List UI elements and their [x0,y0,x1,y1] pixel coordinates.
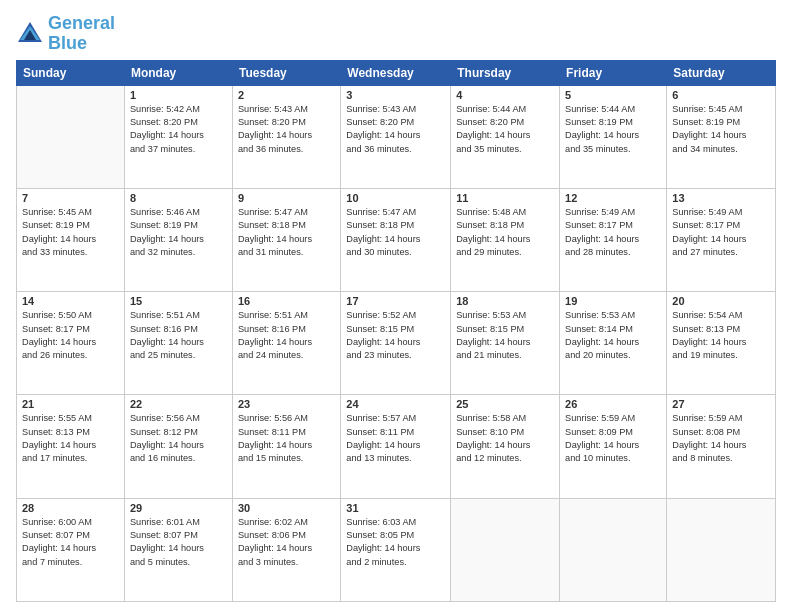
day-info: Sunrise: 5:55 AM Sunset: 8:13 PM Dayligh… [22,412,119,465]
day-cell: 22Sunrise: 5:56 AM Sunset: 8:12 PM Dayli… [124,395,232,498]
week-row-1: 7Sunrise: 5:45 AM Sunset: 8:19 PM Daylig… [17,188,776,291]
day-info: Sunrise: 5:43 AM Sunset: 8:20 PM Dayligh… [238,103,335,156]
day-cell: 27Sunrise: 5:59 AM Sunset: 8:08 PM Dayli… [667,395,776,498]
weekday-header-row: SundayMondayTuesdayWednesdayThursdayFrid… [17,60,776,85]
day-number: 5 [565,89,661,101]
day-number: 27 [672,398,770,410]
weekday-saturday: Saturday [667,60,776,85]
day-cell: 2Sunrise: 5:43 AM Sunset: 8:20 PM Daylig… [232,85,340,188]
week-row-3: 21Sunrise: 5:55 AM Sunset: 8:13 PM Dayli… [17,395,776,498]
day-cell: 23Sunrise: 5:56 AM Sunset: 8:11 PM Dayli… [232,395,340,498]
weekday-friday: Friday [560,60,667,85]
day-cell: 7Sunrise: 5:45 AM Sunset: 8:19 PM Daylig… [17,188,125,291]
day-info: Sunrise: 6:01 AM Sunset: 8:07 PM Dayligh… [130,516,227,569]
day-cell: 17Sunrise: 5:52 AM Sunset: 8:15 PM Dayli… [341,292,451,395]
day-cell: 3Sunrise: 5:43 AM Sunset: 8:20 PM Daylig… [341,85,451,188]
day-info: Sunrise: 5:47 AM Sunset: 8:18 PM Dayligh… [238,206,335,259]
logo-icon [16,20,44,48]
weekday-thursday: Thursday [451,60,560,85]
day-number: 13 [672,192,770,204]
day-info: Sunrise: 5:52 AM Sunset: 8:15 PM Dayligh… [346,309,445,362]
day-cell: 12Sunrise: 5:49 AM Sunset: 8:17 PM Dayli… [560,188,667,291]
day-cell: 26Sunrise: 5:59 AM Sunset: 8:09 PM Dayli… [560,395,667,498]
day-cell: 18Sunrise: 5:53 AM Sunset: 8:15 PM Dayli… [451,292,560,395]
day-info: Sunrise: 6:03 AM Sunset: 8:05 PM Dayligh… [346,516,445,569]
day-info: Sunrise: 5:59 AM Sunset: 8:08 PM Dayligh… [672,412,770,465]
day-cell: 4Sunrise: 5:44 AM Sunset: 8:20 PM Daylig… [451,85,560,188]
day-cell: 19Sunrise: 5:53 AM Sunset: 8:14 PM Dayli… [560,292,667,395]
day-number: 22 [130,398,227,410]
day-number: 25 [456,398,554,410]
page: General Blue SundayMondayTuesdayWednesda… [0,0,792,612]
day-info: Sunrise: 5:45 AM Sunset: 8:19 PM Dayligh… [22,206,119,259]
day-cell [667,498,776,601]
day-number: 18 [456,295,554,307]
day-cell: 8Sunrise: 5:46 AM Sunset: 8:19 PM Daylig… [124,188,232,291]
day-cell: 29Sunrise: 6:01 AM Sunset: 8:07 PM Dayli… [124,498,232,601]
day-info: Sunrise: 5:44 AM Sunset: 8:20 PM Dayligh… [456,103,554,156]
day-number: 29 [130,502,227,514]
day-cell [451,498,560,601]
day-number: 17 [346,295,445,307]
weekday-sunday: Sunday [17,60,125,85]
header: General Blue [16,10,776,54]
day-info: Sunrise: 5:50 AM Sunset: 8:17 PM Dayligh… [22,309,119,362]
day-cell: 6Sunrise: 5:45 AM Sunset: 8:19 PM Daylig… [667,85,776,188]
day-number: 4 [456,89,554,101]
day-cell: 1Sunrise: 5:42 AM Sunset: 8:20 PM Daylig… [124,85,232,188]
day-info: Sunrise: 5:53 AM Sunset: 8:15 PM Dayligh… [456,309,554,362]
day-cell: 25Sunrise: 5:58 AM Sunset: 8:10 PM Dayli… [451,395,560,498]
day-info: Sunrise: 5:58 AM Sunset: 8:10 PM Dayligh… [456,412,554,465]
day-info: Sunrise: 5:48 AM Sunset: 8:18 PM Dayligh… [456,206,554,259]
day-info: Sunrise: 5:57 AM Sunset: 8:11 PM Dayligh… [346,412,445,465]
day-number: 10 [346,192,445,204]
day-info: Sunrise: 5:51 AM Sunset: 8:16 PM Dayligh… [238,309,335,362]
day-cell: 10Sunrise: 5:47 AM Sunset: 8:18 PM Dayli… [341,188,451,291]
day-number: 26 [565,398,661,410]
day-number: 16 [238,295,335,307]
day-cell: 28Sunrise: 6:00 AM Sunset: 8:07 PM Dayli… [17,498,125,601]
day-info: Sunrise: 5:51 AM Sunset: 8:16 PM Dayligh… [130,309,227,362]
day-number: 28 [22,502,119,514]
day-cell: 13Sunrise: 5:49 AM Sunset: 8:17 PM Dayli… [667,188,776,291]
day-cell [17,85,125,188]
day-cell: 30Sunrise: 6:02 AM Sunset: 8:06 PM Dayli… [232,498,340,601]
day-cell: 31Sunrise: 6:03 AM Sunset: 8:05 PM Dayli… [341,498,451,601]
day-cell: 21Sunrise: 5:55 AM Sunset: 8:13 PM Dayli… [17,395,125,498]
day-cell: 15Sunrise: 5:51 AM Sunset: 8:16 PM Dayli… [124,292,232,395]
logo: General Blue [16,14,115,54]
week-row-2: 14Sunrise: 5:50 AM Sunset: 8:17 PM Dayli… [17,292,776,395]
day-info: Sunrise: 6:00 AM Sunset: 8:07 PM Dayligh… [22,516,119,569]
day-number: 19 [565,295,661,307]
weekday-monday: Monday [124,60,232,85]
day-number: 24 [346,398,445,410]
day-number: 7 [22,192,119,204]
logo-text: General Blue [48,14,115,54]
day-info: Sunrise: 5:46 AM Sunset: 8:19 PM Dayligh… [130,206,227,259]
day-cell [560,498,667,601]
day-info: Sunrise: 5:42 AM Sunset: 8:20 PM Dayligh… [130,103,227,156]
day-cell: 16Sunrise: 5:51 AM Sunset: 8:16 PM Dayli… [232,292,340,395]
day-number: 20 [672,295,770,307]
week-row-0: 1Sunrise: 5:42 AM Sunset: 8:20 PM Daylig… [17,85,776,188]
day-cell: 20Sunrise: 5:54 AM Sunset: 8:13 PM Dayli… [667,292,776,395]
day-number: 15 [130,295,227,307]
day-info: Sunrise: 5:54 AM Sunset: 8:13 PM Dayligh… [672,309,770,362]
day-info: Sunrise: 5:49 AM Sunset: 8:17 PM Dayligh… [672,206,770,259]
calendar-table: SundayMondayTuesdayWednesdayThursdayFrid… [16,60,776,602]
day-number: 9 [238,192,335,204]
day-number: 6 [672,89,770,101]
day-number: 23 [238,398,335,410]
day-cell: 9Sunrise: 5:47 AM Sunset: 8:18 PM Daylig… [232,188,340,291]
day-info: Sunrise: 5:43 AM Sunset: 8:20 PM Dayligh… [346,103,445,156]
day-cell: 5Sunrise: 5:44 AM Sunset: 8:19 PM Daylig… [560,85,667,188]
day-info: Sunrise: 5:56 AM Sunset: 8:11 PM Dayligh… [238,412,335,465]
day-info: Sunrise: 5:49 AM Sunset: 8:17 PM Dayligh… [565,206,661,259]
day-number: 8 [130,192,227,204]
day-info: Sunrise: 6:02 AM Sunset: 8:06 PM Dayligh… [238,516,335,569]
day-number: 30 [238,502,335,514]
day-info: Sunrise: 5:47 AM Sunset: 8:18 PM Dayligh… [346,206,445,259]
day-info: Sunrise: 5:59 AM Sunset: 8:09 PM Dayligh… [565,412,661,465]
week-row-4: 28Sunrise: 6:00 AM Sunset: 8:07 PM Dayli… [17,498,776,601]
day-number: 12 [565,192,661,204]
